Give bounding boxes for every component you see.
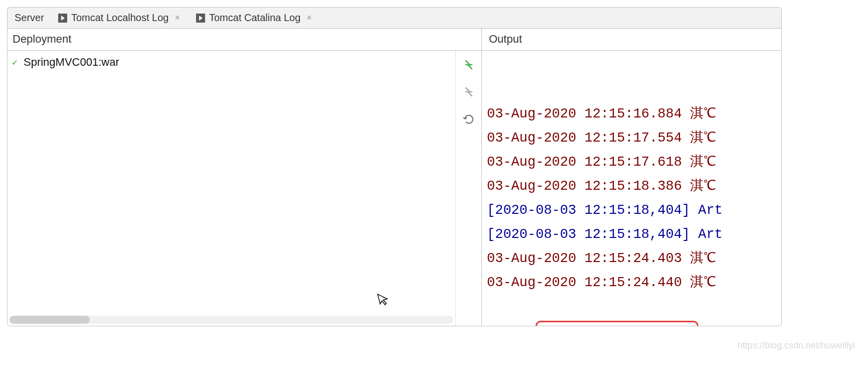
- close-icon[interactable]: ×: [304, 13, 314, 23]
- scrollbar-thumb[interactable]: [10, 316, 90, 324]
- run-icon: [196, 14, 205, 23]
- output-panel[interactable]: 03-Aug-2020 12:15:16.884 淇℃03-Aug-2020 1…: [482, 51, 781, 326]
- tabs-row: Server Tomcat Localhost Log × Tomcat Cat…: [8, 8, 781, 29]
- tab-catalina-log[interactable]: Tomcat Catalina Log ×: [189, 8, 321, 28]
- deployment-item[interactable]: ✓ SpringMVC001:war: [8, 55, 455, 70]
- deployment-header: Deployment: [8, 29, 482, 50]
- deploy-button[interactable]: [460, 56, 478, 74]
- cursor-icon: [377, 291, 393, 312]
- log-line: 03-Aug-2020 12:15:16.884 淇℃: [487, 102, 776, 126]
- run-icon: [58, 14, 67, 23]
- log-line: [2020-08-03 12:15:18,404] Art: [487, 198, 776, 222]
- tab-server-label: Server: [15, 12, 44, 24]
- deployment-panel: ✓ SpringMVC001:war: [8, 51, 456, 326]
- watermark: https://blog.csdn.net/huweiliyi: [738, 340, 855, 351]
- log-line: 03-Aug-2020 12:15:24.440 淇℃: [487, 271, 776, 295]
- log-line: 03-Aug-2020 12:15:17.554 淇℃: [487, 126, 776, 150]
- log-line: [2020-08-03 12:15:18,404] Art: [487, 222, 776, 246]
- content-row: ✓ SpringMVC001:war 03-: [8, 51, 781, 326]
- horizontal-scrollbar[interactable]: [10, 316, 453, 324]
- log-line: 03-Aug-2020 12:15:17.618 淇℃: [487, 150, 776, 174]
- output-lines: 03-Aug-2020 12:15:16.884 淇℃03-Aug-2020 1…: [487, 102, 776, 295]
- undeploy-button[interactable]: [460, 83, 478, 101]
- deployment-item-label: SpringMVC001:war: [24, 56, 119, 69]
- check-icon: ✓: [12, 58, 21, 67]
- highlight-line: age：18 name:lucas: [541, 322, 692, 326]
- headers-row: Deployment Output: [8, 29, 781, 51]
- close-icon[interactable]: ×: [172, 13, 182, 23]
- tab-localhost-log[interactable]: Tomcat Localhost Log ×: [51, 8, 189, 28]
- tab-server[interactable]: Server: [8, 8, 51, 28]
- refresh-button[interactable]: [460, 110, 478, 128]
- tab-catalina-log-label: Tomcat Catalina Log: [209, 12, 300, 24]
- output-header: Output: [482, 29, 781, 50]
- tab-localhost-log-label: Tomcat Localhost Log: [71, 12, 169, 24]
- highlight-box: age：18 name:lucasage：18 name:lucas: [536, 321, 698, 326]
- log-line: 03-Aug-2020 12:15:18.386 淇℃: [487, 174, 776, 198]
- log-line: 03-Aug-2020 12:15:24.403 淇℃: [487, 246, 776, 271]
- toolbar-vertical: [456, 51, 482, 326]
- main-container: Server Tomcat Localhost Log × Tomcat Cat…: [7, 7, 782, 326]
